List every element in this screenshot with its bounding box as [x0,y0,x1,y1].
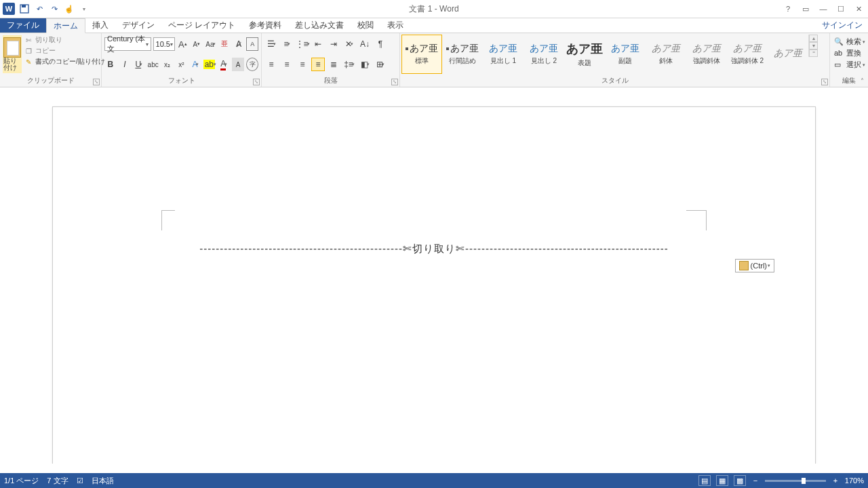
decrease-indent-button[interactable]: ⇤ [311,37,325,51]
show-marks-button[interactable]: ¶ [374,37,387,51]
format-painter-button[interactable]: ✎書式のコピー/貼り付け [24,57,105,66]
gallery-more-icon[interactable]: ⁼ [809,49,818,57]
maximize-icon[interactable]: ☐ [835,3,846,14]
minimize-icon[interactable]: — [818,3,829,14]
tab-page-layout[interactable]: ページ レイアウト [161,18,242,33]
font-name-combo[interactable]: Century (本文▾ [104,37,151,51]
style-item[interactable]: あア亜強調斜体 [686,35,727,74]
zoom-out-button[interactable]: − [751,476,760,485]
distributed-button[interactable]: ≣ [327,58,340,71]
proofing-icon[interactable]: ☑ [77,476,83,485]
tab-references[interactable]: 参考資料 [242,18,288,33]
subscript-button[interactable]: x₂ [161,58,174,71]
gallery-up-icon[interactable]: ▴ [809,35,818,42]
language-status[interactable]: 日本語 [92,476,114,486]
tab-review[interactable]: 校閲 [351,18,380,33]
styles-launcher-icon[interactable]: ⤡ [821,79,828,85]
document-area[interactable]: ----------------------------------------… [0,87,868,464]
font-group-label: フォント [102,76,261,87]
line-spacing-button[interactable]: ‡≡▾ [342,58,356,71]
tab-insert[interactable]: 挿入 [85,18,115,33]
font-launcher-icon[interactable]: ⤡ [253,79,260,85]
style-item[interactable]: あア亜見出し 2 [524,35,564,74]
borders-button[interactable]: ⊞▾ [374,58,387,71]
character-border-button[interactable]: 字 [246,58,258,71]
zoom-in-button[interactable]: + [831,476,840,485]
superscript-button[interactable]: x² [176,58,188,71]
help-icon[interactable]: ? [783,3,793,14]
replace-button[interactable]: ab置換 [834,48,865,58]
increase-indent-button[interactable]: ⇥ [327,37,340,51]
tab-design[interactable]: デザイン [115,18,161,33]
asian-layout-button[interactable]: ✕▾ [342,37,356,51]
style-item[interactable]: あア亜強調斜体 2 [727,35,768,74]
style-item[interactable]: あア亜副題 [605,35,646,74]
undo-icon[interactable]: ↶ [34,3,45,14]
style-item[interactable]: あア亜見出し 1 [483,35,524,74]
word-app-icon: W [3,3,15,15]
strikethrough-button[interactable]: abc [147,58,159,71]
highlight-button[interactable]: ab▾ [203,58,216,71]
save-icon[interactable] [19,3,30,14]
read-mode-view-icon[interactable]: ▦ [716,475,728,486]
gallery-scroll: ▴ ▾ ⁼ [808,35,818,57]
style-item[interactable]: あア亜斜体 [646,35,686,74]
style-item[interactable]: あア亜行間詰め [442,35,483,74]
tab-home[interactable]: ホーム [46,18,85,33]
clear-formatting-button[interactable]: A̷ [233,37,245,51]
bullets-button[interactable]: ☰▾ [264,37,278,51]
paste-options-popup[interactable]: (Ctrl) ▾ [735,259,774,272]
tab-view[interactable]: 表示 [380,18,410,33]
ribbon-display-icon[interactable]: ▭ [800,3,811,14]
qat-dropdown-icon[interactable]: ▾ [79,3,90,14]
style-item[interactable]: あア亜標準 [401,35,442,74]
web-layout-view-icon[interactable]: ▩ [734,475,746,486]
shading-button[interactable]: ◧▾ [358,58,372,71]
sign-in-link[interactable]: サインイン [816,18,868,33]
multilevel-list-button[interactable]: ⋮≡▾ [296,37,309,51]
close-icon[interactable]: ✕ [853,3,864,14]
italic-button[interactable]: I [119,58,131,71]
tab-mailings[interactable]: 差し込み文書 [288,18,351,33]
touch-mode-icon[interactable]: ☝ [64,3,75,14]
paste-button[interactable]: 貼り付け [3,35,22,73]
gallery-down-icon[interactable]: ▾ [809,42,818,49]
print-layout-view-icon[interactable]: ▤ [698,475,711,486]
enclose-char-button[interactable]: A [246,37,258,51]
zoom-slider[interactable] [765,480,826,482]
shrink-font-button[interactable]: A▾ [191,37,203,51]
word-count[interactable]: 7 文字 [47,476,68,486]
numbering-button[interactable]: ≡▾ [280,37,294,51]
paragraph-launcher-icon[interactable]: ⤡ [391,79,398,85]
style-item[interactable]: あア亜 [768,35,808,74]
page-count[interactable]: 1/1 ページ [4,476,39,486]
underline-button[interactable]: U▾ [133,58,145,71]
bold-button[interactable]: B [104,58,117,71]
style-item[interactable]: あア亜表題 [564,35,605,74]
font-size-value: 10.5 [156,40,170,48]
change-case-button[interactable]: Aa▾ [205,37,217,51]
phonetic-guide-button[interactable]: 亜 [218,37,231,51]
select-button[interactable]: ▭選択▾ [834,60,865,70]
find-button[interactable]: 🔍検索▾ [834,37,865,47]
copy-button[interactable]: ❐コピー [24,46,105,56]
styles-gallery[interactable]: あア亜標準あア亜行間詰めあア亜見出し 1あア亜見出し 2あア亜表題あア亜副題あア… [401,35,808,74]
font-color-button[interactable]: A▾ [218,58,230,71]
text-effects-button[interactable]: A▾ [189,58,201,71]
cut-button[interactable]: ✄切り取り [24,35,105,45]
zoom-level[interactable]: 170% [845,476,864,485]
collapse-ribbon-icon[interactable]: ˄ [857,76,867,85]
select-icon: ▭ [834,60,844,70]
align-right-button[interactable]: ≡ [296,58,309,71]
align-left-button[interactable]: ≡ [264,58,278,71]
redo-icon[interactable]: ↷ [49,3,60,14]
justify-button[interactable]: ≡ [311,58,325,71]
character-shading-button[interactable]: A [232,58,244,71]
clipboard-launcher-icon[interactable]: ⤡ [93,79,100,85]
sort-button[interactable]: A↓ [358,37,372,51]
tab-file[interactable]: ファイル [0,18,46,33]
page[interactable]: ----------------------------------------… [52,106,816,464]
grow-font-button[interactable]: A▴ [177,37,189,51]
align-center-button[interactable]: ≡ [280,58,294,71]
font-size-combo[interactable]: 10.5▾ [153,37,175,51]
